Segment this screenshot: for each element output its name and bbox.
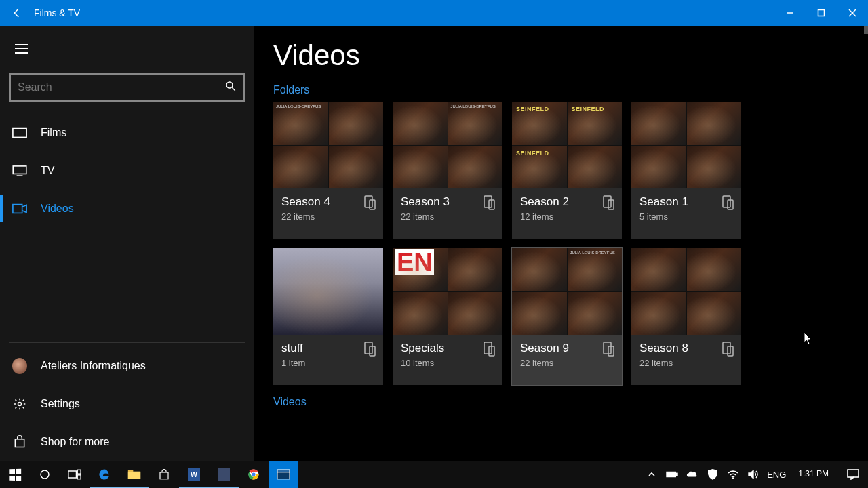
folder-name: Season 2 — [520, 195, 614, 209]
taskbar-app1[interactable] — [209, 461, 239, 488]
settings-label: Settings — [41, 398, 80, 410]
nav-videos[interactable]: Videos — [0, 190, 254, 228]
device-icon — [484, 342, 496, 357]
device-icon — [603, 342, 615, 357]
folder-thumbnail — [273, 102, 383, 188]
folder-grid: Season 422 itemsSeason 322 itemsSeason 2… — [273, 102, 849, 385]
taskview-button[interactable] — [60, 461, 90, 488]
folder-count: 22 items — [281, 211, 375, 222]
device-icon — [722, 195, 734, 210]
svg-rect-1 — [818, 10, 825, 16]
svg-rect-35 — [160, 472, 168, 479]
tray-battery-icon[interactable] — [665, 470, 679, 479]
svg-rect-7 — [13, 166, 26, 174]
nav-films[interactable]: Films — [0, 114, 254, 152]
tray-onedrive-icon[interactable] — [686, 470, 699, 479]
svg-rect-29 — [68, 471, 77, 478]
nav-label: Films — [41, 127, 66, 139]
scrollbar[interactable] — [864, 26, 868, 34]
folder-card[interactable]: Season 922 items — [512, 248, 622, 385]
svg-line-5 — [232, 87, 235, 91]
folder-name: Season 8 — [639, 342, 733, 355]
svg-rect-24 — [604, 342, 611, 354]
folders-section-label[interactable]: Folders — [273, 84, 849, 96]
folder-card[interactable]: Specials10 items — [393, 248, 502, 385]
tray-wifi-icon[interactable] — [726, 470, 740, 479]
videos-section-label[interactable]: Videos — [273, 396, 849, 408]
minimize-button[interactable] — [774, 0, 806, 26]
folder-card[interactable]: Season 422 items — [273, 102, 383, 239]
svg-rect-20 — [365, 342, 372, 354]
sidebar: Films TV Videos Ateliers Informatiques S… — [0, 26, 254, 461]
tray-clock[interactable]: 1:31 PM — [793, 470, 834, 479]
close-button[interactable] — [837, 0, 868, 26]
folder-thumbnail — [512, 102, 622, 188]
svg-rect-30 — [77, 470, 81, 474]
titlebar: Films & TV — [0, 0, 868, 26]
svg-rect-43 — [277, 470, 290, 472]
svg-rect-33 — [128, 472, 140, 479]
device-icon — [603, 195, 615, 210]
folder-name: Season 1 — [639, 195, 733, 209]
app-title: Films & TV — [34, 7, 774, 18]
taskbar-word[interactable]: W — [179, 461, 209, 488]
taskbar-left: W — [0, 461, 298, 488]
search-icon[interactable] — [224, 80, 237, 95]
user-account[interactable]: Ateliers Informatiques — [0, 347, 254, 385]
folder-card[interactable]: Season 15 items — [631, 102, 741, 239]
maximize-button[interactable] — [806, 0, 837, 26]
svg-rect-11 — [15, 439, 24, 447]
svg-rect-45 — [676, 473, 677, 476]
taskbar-filmstv[interactable] — [269, 461, 298, 488]
device-icon — [364, 342, 376, 357]
folder-card[interactable]: Season 322 items — [393, 102, 502, 239]
start-button[interactable] — [0, 461, 30, 488]
tray-chevron-icon[interactable] — [645, 470, 658, 479]
shop-label: Shop for more — [41, 436, 109, 448]
folder-count: 10 items — [401, 358, 494, 368]
folder-card[interactable]: Season 822 items — [631, 248, 741, 385]
system-tray: ENG 1:31 PM — [641, 469, 838, 480]
nav-tv[interactable]: TV — [0, 152, 254, 190]
folder-meta: stuff1 item — [273, 335, 383, 385]
svg-rect-38 — [218, 468, 230, 481]
cortana-button[interactable] — [30, 461, 60, 488]
videos-icon — [12, 203, 27, 214]
user-label: Ateliers Informatiques — [41, 360, 146, 372]
folder-card[interactable]: stuff1 item — [273, 248, 383, 385]
folder-card[interactable]: Season 212 items — [512, 102, 622, 239]
folder-thumbnail — [393, 248, 502, 335]
folder-meta: Season 922 items — [512, 335, 622, 385]
tray-language[interactable]: ENG — [767, 470, 786, 480]
back-button[interactable] — [0, 0, 34, 26]
taskbar-explorer[interactable] — [119, 461, 149, 488]
action-center-button[interactable] — [838, 461, 868, 488]
device-icon — [364, 195, 376, 210]
taskbar-edge[interactable] — [90, 461, 119, 488]
folder-name: Season 3 — [401, 195, 494, 209]
folder-count: 22 items — [520, 358, 614, 368]
folder-thumbnail — [393, 102, 502, 188]
svg-rect-26 — [723, 342, 730, 354]
folder-name: Specials — [401, 342, 494, 355]
svg-rect-48 — [848, 470, 859, 477]
tray-defender-icon[interactable] — [706, 469, 719, 480]
svg-rect-18 — [723, 196, 730, 207]
hamburger-button[interactable] — [8, 35, 35, 62]
search-input[interactable] — [18, 81, 224, 94]
taskbar-store[interactable] — [149, 461, 179, 488]
shop-item[interactable]: Shop for more — [0, 423, 254, 461]
folder-meta: Specials10 items — [393, 335, 502, 385]
nav-label: TV — [41, 165, 54, 177]
search-box[interactable] — [9, 73, 245, 102]
avatar — [12, 359, 27, 373]
folder-count: 12 items — [520, 211, 614, 222]
tray-time: 1:31 PM — [798, 470, 829, 479]
folder-count: 22 items — [401, 211, 494, 222]
svg-point-4 — [226, 82, 233, 88]
svg-rect-9 — [13, 205, 22, 214]
tray-volume-icon[interactable] — [747, 470, 760, 479]
taskbar-chrome[interactable] — [239, 461, 269, 488]
svg-text:W: W — [191, 470, 197, 479]
settings-item[interactable]: Settings — [0, 385, 254, 423]
